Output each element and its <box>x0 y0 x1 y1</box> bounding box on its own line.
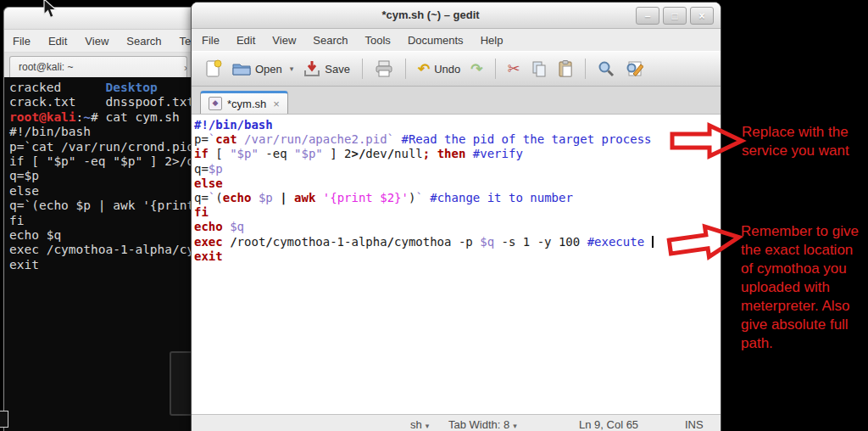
open-button-label: Open <box>255 63 282 76</box>
insert-mode-indicator: INS <box>685 418 704 431</box>
save-button-label: Save <box>325 63 350 76</box>
terminal-resize-grip[interactable] <box>0 411 8 428</box>
toolbar-separator <box>405 59 406 79</box>
tab-width-value: Tab Width: 8 <box>448 418 509 431</box>
shell-script-icon: ◆ <box>209 97 222 110</box>
minimize-button[interactable]: – <box>636 7 659 25</box>
terminal-menu-edit[interactable]: Edit <box>48 35 67 48</box>
gedit-menu-tools[interactable]: Tools <box>365 34 391 47</box>
new-document-icon <box>205 59 222 78</box>
search-icon <box>598 60 615 77</box>
gedit-titlebar[interactable]: *cym.sh (~) – gedit – □ × <box>192 3 721 29</box>
print-button[interactable] <box>370 58 398 80</box>
cursor-position: Ln 9, Col 65 <box>579 418 638 431</box>
gedit-menu-edit[interactable]: Edit <box>236 34 255 47</box>
paste-button[interactable] <box>553 58 578 80</box>
redo-icon: ↷ <box>470 62 482 76</box>
terminal-menu-view[interactable]: View <box>85 35 108 48</box>
gedit-tab-label: *cym.sh <box>227 98 266 110</box>
undo-button[interactable]: ↶ Undo <box>413 59 465 79</box>
desktop: File Edit View Search Terminal Help root… <box>0 0 868 431</box>
copy-icon <box>531 60 548 77</box>
annotation-note-2: Remember to give the exact location of c… <box>741 222 868 353</box>
terminal-menu-file[interactable]: File <box>13 35 31 48</box>
gedit-window: *cym.sh (~) – gedit – □ × File Edit View… <box>191 2 721 431</box>
toolbar-separator <box>495 59 496 79</box>
window-title: *cym.sh (~) – gedit <box>225 8 636 21</box>
save-icon <box>303 60 320 77</box>
gedit-menu-help[interactable]: Help <box>481 34 504 47</box>
gedit-menu-documents[interactable]: Documents <box>408 34 464 47</box>
gedit-toolbar: Open ▾ Save ↶ Undo <box>192 51 721 87</box>
window-controls: – □ × <box>632 7 714 25</box>
gedit-menu-search[interactable]: Search <box>313 34 348 47</box>
terminal-tab[interactable]: root@kali: ~ <box>9 56 187 77</box>
undo-icon: ↶ <box>418 62 430 76</box>
open-folder-icon <box>232 61 251 76</box>
open-dropdown-icon[interactable]: ▾ <box>290 64 294 73</box>
save-button[interactable]: Save <box>298 58 355 80</box>
maximize-button[interactable]: □ <box>663 7 687 25</box>
mouse-pointer-icon <box>42 0 58 20</box>
paste-icon <box>558 60 573 77</box>
undo-button-label: Undo <box>434 63 460 76</box>
print-icon <box>375 60 393 77</box>
language-value: sh <box>410 418 422 431</box>
redo-button[interactable]: ↷ <box>465 59 487 79</box>
find-button[interactable] <box>593 58 620 80</box>
cut-icon: ✂ <box>508 62 520 76</box>
gedit-tab[interactable]: ◆ *cym.sh × <box>200 91 288 114</box>
gedit-tabbar: ◆ *cym.sh × <box>192 87 721 115</box>
tab-width-selector[interactable]: Tab Width: 8▾ <box>448 418 517 431</box>
gedit-menu-view[interactable]: View <box>272 34 296 47</box>
terminal-menu-search[interactable]: Search <box>126 35 161 48</box>
toolbar-separator <box>585 59 586 79</box>
chevron-down-icon: ▾ <box>426 422 430 430</box>
search-replace-icon <box>625 60 643 77</box>
gedit-text-area[interactable]: #!/bin/bashp=`cat /var/run/apache2.pid` … <box>192 115 721 414</box>
toolbar-separator <box>362 59 363 79</box>
copy-button[interactable] <box>526 58 553 80</box>
find-replace-button[interactable] <box>620 58 648 80</box>
tab-scroll-arrow-icon[interactable]: › <box>184 62 187 74</box>
new-document-button[interactable] <box>200 57 227 81</box>
close-button[interactable]: × <box>690 7 714 25</box>
terminal-tab-title: root@kali: ~ <box>19 61 74 73</box>
chevron-down-icon: ▾ <box>513 422 517 430</box>
annotation-note-1: Replace with the service you want <box>742 123 868 160</box>
gedit-menubar: File Edit View Search Tools Documents He… <box>192 29 721 51</box>
tab-close-icon[interactable]: × <box>273 98 280 110</box>
language-selector[interactable]: sh▾ <box>410 418 429 431</box>
cut-button[interactable]: ✂ <box>503 59 526 79</box>
annotation-arrow-1 <box>670 123 747 159</box>
gedit-menu-file[interactable]: File <box>202 34 220 47</box>
open-button[interactable]: Open ▾ <box>227 59 298 79</box>
gedit-statusbar: sh▾ Tab Width: 8▾ Ln 9, Col 65 INS <box>192 414 721 431</box>
